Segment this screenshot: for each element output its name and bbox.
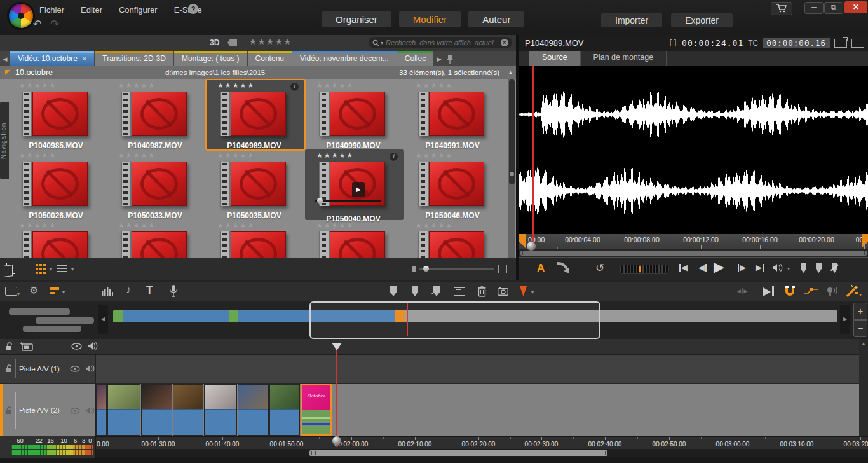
rating-stars[interactable]: ★★★★★ xyxy=(316,81,404,90)
voiceover-mic-icon[interactable] xyxy=(169,285,178,298)
library-tab[interactable]: Contenu xyxy=(248,51,292,66)
timeline-clip[interactable] xyxy=(238,384,269,436)
timeline-clip[interactable] xyxy=(173,384,203,436)
insert-mode-arrow-icon[interactable] xyxy=(763,286,775,297)
rating-filter-stars[interactable]: ★★★★★ xyxy=(249,37,292,46)
io-button[interactable]: Importer xyxy=(601,13,662,27)
rating-stars[interactable]: ★★★★★ xyxy=(316,221,404,230)
track-2-eye-icon[interactable] xyxy=(70,408,80,414)
grid-scrollbar-grip[interactable] xyxy=(510,172,514,176)
menu-item[interactable]: Editer xyxy=(79,4,104,15)
timeline-scrollbar-thumb[interactable] xyxy=(309,450,607,456)
add-track-icon[interactable] xyxy=(20,342,33,351)
rating-stars[interactable]: ★★★★★ xyxy=(19,81,107,90)
library-item[interactable]: ★★★★★P1040987.MOV xyxy=(107,79,206,150)
library-item[interactable]: ★★★★★P1050046.MOV xyxy=(404,149,503,220)
player-playhead[interactable] xyxy=(532,66,534,249)
info-icon[interactable]: i xyxy=(290,82,299,92)
trim-mode-icon[interactable]: ◄|► xyxy=(736,287,748,294)
menu-item[interactable]: Fichier xyxy=(38,4,65,15)
scroll-up-icon[interactable]: ▲ xyxy=(508,69,513,76)
add-marker-icon[interactable] xyxy=(520,286,527,296)
thumbnail-size-knob[interactable] xyxy=(423,266,429,272)
audio-mixer-icon[interactable] xyxy=(102,286,113,296)
smart-wand-icon[interactable] xyxy=(845,284,859,298)
timeline-clip[interactable]: Octobre xyxy=(301,384,332,436)
rating-stars[interactable]: ★★★★★ xyxy=(217,151,305,160)
collapse-folder-icon[interactable] xyxy=(5,70,10,75)
info-icon[interactable]: i xyxy=(389,152,398,162)
mode-tab[interactable]: Modifier xyxy=(399,11,461,27)
thumbnail-view-caret-icon[interactable]: ▾ xyxy=(50,266,52,272)
io-button[interactable]: Exporter xyxy=(671,13,733,27)
track-size-icon[interactable] xyxy=(50,287,59,294)
library-item[interactable]: ★★★★★P1040991.MOV xyxy=(404,79,503,150)
dual-preview-icon[interactable] xyxy=(851,39,864,48)
customize-toolbar-icon[interactable] xyxy=(5,287,17,296)
timeline-clip[interactable] xyxy=(96,384,107,436)
scrubber-knob[interactable] xyxy=(317,198,323,204)
search-box[interactable]: ▾ ✕ xyxy=(369,37,512,48)
search-input[interactable] xyxy=(384,38,501,47)
zoom-out-button[interactable]: − xyxy=(853,320,867,337)
tabs-scroll-left-icon[interactable]: ◀ xyxy=(0,53,10,66)
player-timeline-ruler[interactable]: 00.0000:00:04.0000:00:08.0000:00:12.0000… xyxy=(519,234,868,249)
library-item[interactable]: ★★★★★P1040985.MOV xyxy=(8,79,107,150)
3d-filter-label[interactable]: 3D xyxy=(210,38,219,47)
library-item[interactable]: ★★★★★P1050026.MOV xyxy=(8,149,107,220)
magnet-snap-icon[interactable] xyxy=(784,286,796,297)
preview-scrubber[interactable] xyxy=(315,200,381,202)
mark-in-flag-icon[interactable] xyxy=(519,234,526,248)
customize-caret-icon[interactable]: ▾ xyxy=(17,291,20,297)
timeline-marker-out-icon[interactable] xyxy=(412,286,418,296)
loop-playback-icon[interactable]: ↺ xyxy=(595,261,604,275)
timeline-clip[interactable] xyxy=(141,384,172,436)
track-size-caret-icon[interactable]: ▾ xyxy=(62,289,65,295)
library-item[interactable]: ★★★★★ xyxy=(107,219,206,258)
timeline-settings-gear-icon[interactable]: ⚙ xyxy=(29,284,38,296)
rating-stars[interactable]: ★★★★★ xyxy=(118,81,206,90)
timeline-clip[interactable] xyxy=(107,384,140,436)
search-clear-icon[interactable]: ✕ xyxy=(501,39,508,46)
search-options-caret-icon[interactable]: ▾ xyxy=(381,40,383,46)
mark-out-flag-icon[interactable] xyxy=(862,234,868,248)
title-editor-icon[interactable]: T xyxy=(146,284,153,297)
timeline-clip[interactable] xyxy=(269,384,300,436)
trash-icon[interactable] xyxy=(478,286,486,297)
audio-monitoring-speaker-icon[interactable] xyxy=(88,341,98,351)
scorefitter-music-icon[interactable]: ♪ xyxy=(126,284,131,296)
player-tab[interactable]: Source xyxy=(529,51,581,66)
tag-filter-icon[interactable] xyxy=(227,39,237,46)
menu-item[interactable]: Configurer xyxy=(118,4,159,15)
track-1-speaker-icon[interactable] xyxy=(85,364,95,373)
rating-stars[interactable]: ★★★★★ xyxy=(217,221,305,230)
store-cart-icon[interactable] xyxy=(771,2,792,15)
video-monitoring-eye-icon[interactable] xyxy=(71,343,82,350)
pin-tab-icon[interactable] xyxy=(445,54,454,64)
minimize-button[interactable]: ─ xyxy=(804,2,824,14)
library-item[interactable]: ★★★★★P1050035.MOV xyxy=(206,149,305,220)
library-tab[interactable]: Collec xyxy=(397,51,433,66)
library-item[interactable]: ★★★★★ xyxy=(305,219,404,258)
play-icon[interactable]: ▶ xyxy=(714,259,724,275)
player-scrollbar[interactable] xyxy=(519,249,868,257)
frame-back-icon[interactable]: ◀ xyxy=(698,263,707,272)
keyframe-editor-icon[interactable] xyxy=(804,287,818,295)
marker-in-icon[interactable] xyxy=(801,263,806,273)
grid-scrollbar-thumb[interactable] xyxy=(509,79,515,184)
lock-all-tracks-icon[interactable] xyxy=(5,342,13,351)
rating-stars[interactable]: ★★★★★ xyxy=(118,151,206,160)
library-tab[interactable]: Transitions: 2D-3D xyxy=(95,51,173,66)
library-item[interactable]: ★★★★★iP1040989.MOV xyxy=(206,79,305,150)
navigation-side-tab[interactable]: Navigation xyxy=(0,102,9,179)
timeline-ruler[interactable]: 0.0000:01:30.0000:01:40.0000:01:50.0000:… xyxy=(95,436,868,450)
navigator-view-window[interactable] xyxy=(309,301,600,339)
track-1-eye-icon[interactable] xyxy=(70,366,80,372)
rating-stars[interactable]: ★★★★★ xyxy=(416,221,503,230)
audio-monitor-button[interactable]: A xyxy=(537,262,545,275)
track-1-header[interactable]: Piste A/V (1) xyxy=(0,355,96,383)
track-2-speaker-icon[interactable] xyxy=(85,406,95,415)
send-to-timeline-icon[interactable] xyxy=(556,262,573,275)
library-item[interactable]: ★★★★★P1040990.MOV xyxy=(305,79,404,150)
player-scrubber-handle[interactable] xyxy=(527,242,536,251)
